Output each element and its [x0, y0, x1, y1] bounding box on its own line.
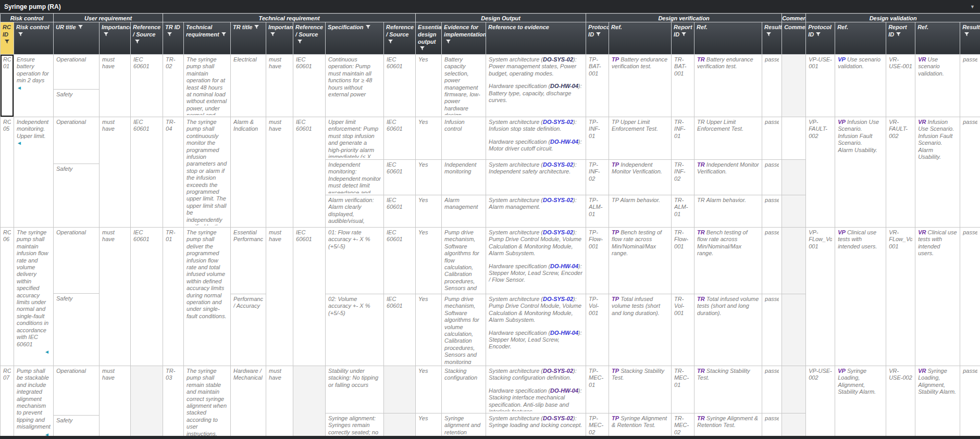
filter-icon[interactable] [420, 46, 425, 51]
reference-link[interactable]: VP [838, 119, 846, 125]
reference-link[interactable]: TP [612, 368, 619, 374]
cell-evidence[interactable]: Pump drive mechanism, Software algorithm… [442, 228, 486, 294]
reference-link[interactable]: VP [838, 229, 846, 235]
filter-icon[interactable] [964, 32, 969, 36]
cell-val_report[interactable]: VR-USE-002 [886, 366, 915, 439]
reference-link[interactable]: DO-HW-04 [550, 83, 578, 89]
col-header-comment[interactable]: Comment [782, 22, 806, 55]
filter-icon[interactable] [5, 40, 9, 44]
cell-dv_protocol[interactable]: TP-MEC-01 [586, 366, 609, 413]
col-header-dv_report_ref[interactable]: Ref. [694, 22, 762, 55]
col-header-tech_req[interactable]: Technical requirement [184, 22, 231, 55]
cell-ref_evidence[interactable]: System architecture (DO-SYS-02): Pump Dr… [486, 228, 586, 294]
cell-dv_protocol_ref[interactable]: TP Total infused volume tests (short and… [609, 294, 672, 366]
cell-ref_evidence[interactable]: System architecture (DO-SYS-02): Infusio… [486, 117, 586, 160]
cell-comment[interactable] [782, 366, 806, 413]
cell-val_result[interactable]: passed [960, 117, 980, 228]
cell-dv_report[interactable]: TR-INF-01 [672, 117, 694, 160]
col-header-dv_protocol_ref[interactable]: Ref. [609, 22, 672, 55]
cell-ref_evidence[interactable]: System architecture (DO-SYS-02): Syringe… [486, 413, 586, 439]
cell-spec_ref[interactable]: IEC 60601 [384, 117, 416, 160]
cell-tr_title[interactable]: Performance / Accuracy [231, 294, 266, 366]
cell-ur_title[interactable]: OperationalSafety [54, 228, 100, 366]
cell-dv_result[interactable]: passed [762, 160, 782, 195]
col-header-evidence[interactable]: Evidence for implementation [442, 22, 486, 55]
reference-link[interactable]: VR [918, 56, 926, 62]
cell-dv_result[interactable]: passed [762, 366, 782, 413]
col-header-spec[interactable]: Specification [326, 22, 384, 55]
reference-link[interactable]: DO-SYS-02 [543, 296, 573, 302]
cell-edo[interactable]: Yes [416, 294, 442, 366]
filter-icon[interactable] [766, 32, 771, 36]
cell-dv_report[interactable]: TR-Vol-001 [672, 294, 694, 366]
cell-tr_ref[interactable]: IEC 60601 [293, 55, 326, 117]
cell-edo[interactable]: Yes [416, 117, 442, 160]
reference-link[interactable]: DO-HW-04 [550, 387, 578, 394]
cell-evidence[interactable]: Alarm management [442, 195, 486, 228]
cell-tr_id[interactable]: TR-01 [163, 228, 184, 366]
col-header-val_report[interactable]: Report ID [886, 22, 915, 55]
filter-icon[interactable] [446, 40, 451, 44]
cell-evidence[interactable]: Syringe alignment and retention [442, 413, 486, 439]
col-header-val_report_ref[interactable]: Ref. [915, 22, 960, 55]
cell-dv_report_ref[interactable]: TR Upper Limit Enforcement Test. [694, 117, 762, 160]
cell-edo[interactable]: Yes [416, 195, 442, 228]
filter-icon[interactable] [896, 32, 901, 36]
cell-val_report_ref[interactable]: VR Infusion Use Scenario.Infusion Fault … [915, 117, 960, 228]
cell-val_protocol[interactable]: VP-FLow_Vol-001 [806, 228, 835, 366]
reference-link[interactable]: DO-SYS-02 [543, 229, 573, 235]
cell-dv_protocol_ref[interactable]: TP Independent Monitor Verification. [609, 160, 672, 195]
cell-tr_id[interactable]: TR-03 [163, 366, 184, 439]
cell-spec[interactable]: Upper limit enforcement: Pump must stop … [326, 117, 384, 160]
cell-dv_report[interactable]: TR-INF-02 [672, 160, 694, 195]
filter-icon[interactable] [681, 32, 686, 36]
cell-rc_id[interactable]: RC-05 [1, 117, 14, 228]
col-header-tr_importance[interactable]: Importance [266, 22, 293, 55]
col-header-ref_evidence[interactable]: Reference to evidence [486, 22, 586, 55]
cell-ur_ref[interactable]: IEC 60601 [131, 55, 163, 117]
col-header-tr_id[interactable]: TR ID [163, 22, 184, 55]
reference-link[interactable]: TR [697, 161, 705, 168]
col-header-ur_ref[interactable]: Reference / Source [131, 22, 163, 55]
cell-val_report[interactable]: VR-USE-001 [886, 55, 915, 117]
cell-dv_protocol[interactable]: TP-ALM-01 [586, 195, 609, 228]
cell-val_protocol[interactable]: VP-USE-002 [806, 366, 835, 439]
reference-link[interactable]: VR [918, 119, 926, 125]
cell-evidence[interactable]: Stacking configuration [442, 366, 486, 413]
reference-link[interactable]: TR [697, 56, 705, 62]
cell-ur_importance[interactable]: must have [100, 117, 131, 228]
cell-edo[interactable]: Yes [416, 366, 442, 413]
reference-link[interactable]: DO-HW-04 [550, 263, 578, 269]
cell-ur_importance[interactable]: must have [100, 55, 131, 117]
cell-tech_req[interactable]: The syringe pump shall deliver the progr… [184, 228, 231, 366]
cell-spec[interactable]: 01: Flow rate accuracy +- X % (+5/-5) [326, 228, 384, 294]
reference-link[interactable]: DO-SYS-02 [543, 197, 573, 203]
cell-spec[interactable]: Stability under stacking: No tipping or … [326, 366, 384, 413]
cell-edo[interactable]: Yes [416, 228, 442, 294]
cell-ur_ref[interactable] [131, 366, 163, 439]
cell-val_protocol_ref[interactable]: VP Infusion Use Scenario.Infusion Fault … [835, 117, 886, 228]
cell-dv_report[interactable]: TR-MEC-01 [672, 366, 694, 413]
reference-link[interactable]: TP [612, 296, 619, 302]
cell-ur_ref[interactable]: IEC 60601 [131, 117, 163, 228]
cell-val_result[interactable]: passed [960, 228, 980, 366]
col-header-edo[interactable]: Essential design output [416, 22, 442, 55]
cell-spec_ref[interactable] [384, 413, 416, 439]
cell-risk_control[interactable]: Ensure battery operation for min 2 days … [14, 55, 54, 117]
cell-edo[interactable]: Yes [416, 160, 442, 195]
reference-link[interactable]: TP [612, 161, 619, 168]
cell-dv_result[interactable]: passed [762, 294, 782, 366]
col-header-tr_title[interactable]: TR title [231, 22, 266, 55]
cell-spec_ref[interactable]: IEC 60601 [384, 228, 416, 294]
cell-dv_protocol_ref[interactable]: TP Syringe Alignment & Retention Test. [609, 413, 672, 439]
cell-dv_protocol_ref[interactable]: TP Upper Limit Enforcement Test. [609, 117, 672, 160]
cell-comment[interactable] [782, 195, 806, 228]
reference-link[interactable]: DO-HW-04 [550, 330, 578, 336]
cell-ur_title[interactable]: OperationalSafety [54, 366, 100, 439]
cell-dv_report_ref[interactable]: TR Syringe Alignment & Retention Test. [694, 413, 762, 439]
cell-tr_importance[interactable]: must have [266, 55, 293, 117]
cell-val_protocol_ref[interactable]: VP Syringe Loading,Alignment,Stability A… [835, 366, 886, 439]
reference-link[interactable]: VR [918, 368, 926, 374]
cell-ref_evidence[interactable]: System architecture (DO-SYS-02): Pump Dr… [486, 294, 586, 366]
cell-dv_report[interactable]: TR-ALM-01 [672, 195, 694, 228]
